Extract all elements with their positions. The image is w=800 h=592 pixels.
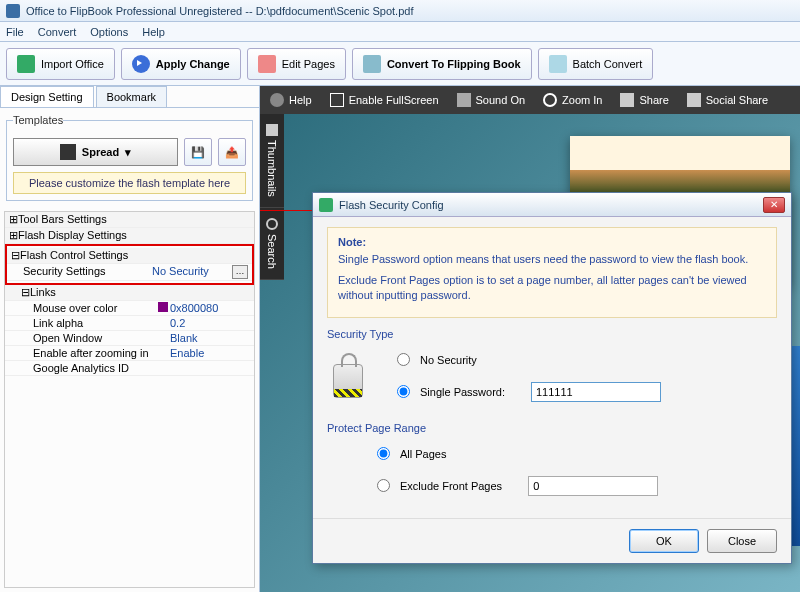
exclude-front-radio[interactable] — [377, 479, 390, 492]
all-pages-label: All Pages — [400, 448, 446, 460]
tree-flash-display[interactable]: ⊞ Flash Display Settings — [5, 228, 254, 244]
spread-template-button[interactable]: Spread▾ — [13, 138, 178, 166]
viewer-side-tabs: Thumbnails Search — [260, 114, 284, 280]
menu-options[interactable]: Options — [90, 26, 128, 38]
left-tabs: Design Setting Bookmark — [0, 86, 259, 108]
dialog-close-button[interactable]: ✕ — [763, 197, 785, 213]
share-icon — [620, 93, 634, 107]
title-bar: Office to FlipBook Professional Unregist… — [0, 0, 800, 22]
viewer-zoom-button[interactable]: Zoom In — [543, 93, 602, 107]
menu-bar: File Convert Options Help — [0, 22, 800, 42]
viewer-social-button[interactable]: Social Share — [687, 93, 768, 107]
tree-link-alpha[interactable]: Link alpha0.2 — [5, 316, 254, 331]
apply-label: Apply Change — [156, 58, 230, 70]
security-type-group: Security Type No Security Single Passwor… — [327, 328, 777, 410]
viewer-fullscreen-button[interactable]: Enable FullScreen — [330, 93, 439, 107]
tab-bookmark[interactable]: Bookmark — [96, 86, 168, 107]
book-icon — [60, 144, 76, 160]
menu-file[interactable]: File — [6, 26, 24, 38]
convert-label: Convert To Flipping Book — [387, 58, 521, 70]
import-office-button[interactable]: Import Office — [6, 48, 115, 80]
no-security-radio[interactable] — [397, 353, 410, 366]
export-template-button[interactable]: 📤 — [218, 138, 246, 166]
batch-label: Batch Convert — [573, 58, 643, 70]
sidetab-search[interactable]: Search — [260, 208, 284, 280]
viewer-toolbar: Help Enable FullScreen Sound On Zoom In … — [260, 86, 800, 114]
batch-convert-button[interactable]: Batch Convert — [538, 48, 654, 80]
exclude-front-label: Exclude Front Pages — [400, 480, 502, 492]
main-toolbar: Import Office Apply Change Edit Pages Co… — [0, 42, 800, 86]
convert-to-flipping-button[interactable]: Convert To Flipping Book — [352, 48, 532, 80]
apply-change-button[interactable]: Apply Change — [121, 48, 241, 80]
viewer-share-button[interactable]: Share — [620, 93, 668, 107]
note-line-2: Exclude Front Pages option is to set a p… — [338, 273, 766, 303]
sidetab-thumbnails[interactable]: Thumbnails — [260, 114, 284, 208]
settings-tree[interactable]: ⊞ Tool Bars Settings ⊞ Flash Display Set… — [4, 211, 255, 588]
thumbnails-icon — [266, 124, 278, 136]
exclude-pages-input[interactable] — [528, 476, 658, 496]
help-icon — [270, 93, 284, 107]
sound-icon — [457, 93, 471, 107]
import-icon — [17, 55, 35, 73]
apply-icon — [132, 55, 150, 73]
dialog-icon — [319, 198, 333, 212]
edit-pages-button[interactable]: Edit Pages — [247, 48, 346, 80]
tree-mouse-over-color[interactable]: Mouse over color0x800080 — [5, 301, 254, 316]
tab-design-setting[interactable]: Design Setting — [0, 86, 94, 107]
close-button[interactable]: Close — [707, 529, 777, 553]
security-value: No Security — [152, 265, 232, 279]
convert-icon — [363, 55, 381, 73]
dialog-title-bar[interactable]: Flash Security Config ✕ — [313, 193, 791, 217]
note-box: Note: Single Password option means that … — [327, 227, 777, 318]
color-swatch — [158, 302, 168, 312]
ok-button[interactable]: OK — [629, 529, 699, 553]
viewer-help-button[interactable]: Help — [270, 93, 312, 107]
search-icon — [266, 218, 278, 230]
note-line-1: Single Password option means that users … — [338, 252, 766, 267]
social-icon — [687, 93, 701, 107]
tree-flash-control[interactable]: ⊟ Flash Control Settings — [7, 248, 252, 264]
window-title: Office to FlipBook Professional Unregist… — [26, 5, 413, 17]
dialog-title: Flash Security Config — [339, 199, 763, 211]
flash-security-dialog: Flash Security Config ✕ Note: Single Pas… — [312, 192, 792, 564]
dialog-buttons: OK Close — [313, 518, 791, 563]
import-label: Import Office — [41, 58, 104, 70]
batch-icon — [549, 55, 567, 73]
tree-google-analytics[interactable]: Google Analytics ID — [5, 361, 254, 376]
zoom-icon — [543, 93, 557, 107]
templates-label: Templates — [13, 114, 63, 126]
security-ellipsis-button[interactable]: … — [232, 265, 248, 279]
tree-tool-bars[interactable]: ⊞ Tool Bars Settings — [5, 212, 254, 228]
tree-security-settings[interactable]: Security Settings No Security … — [7, 264, 252, 281]
all-pages-radio[interactable] — [377, 447, 390, 460]
export-icon: 📤 — [225, 146, 239, 159]
menu-help[interactable]: Help — [142, 26, 165, 38]
dropdown-icon: ▾ — [125, 146, 131, 159]
preview-area: Help Enable FullScreen Sound On Zoom In … — [260, 86, 800, 592]
fullscreen-icon — [330, 93, 344, 107]
viewer-sound-button[interactable]: Sound On — [457, 93, 526, 107]
tree-open-window[interactable]: Open WindowBlank — [5, 331, 254, 346]
floppy-icon: 💾 — [191, 146, 205, 159]
password-input[interactable] — [531, 382, 661, 402]
tree-links[interactable]: ⊟ Links — [5, 285, 254, 301]
spread-label: Spread — [82, 146, 119, 158]
left-panel: Design Setting Bookmark Templates Spread… — [0, 86, 260, 592]
security-label: Security Settings — [23, 265, 152, 279]
templates-box: Templates Spread▾ 💾 📤 Please customize t… — [6, 114, 253, 201]
edit-icon — [258, 55, 276, 73]
save-template-button[interactable]: 💾 — [184, 138, 212, 166]
flash-control-highlight: ⊟ Flash Control Settings Security Settin… — [5, 244, 254, 285]
app-icon — [6, 4, 20, 18]
single-password-label: Single Password: — [420, 386, 505, 398]
no-security-label: No Security — [420, 354, 477, 366]
tree-enable-after-zoom[interactable]: Enable after zooming inEnable — [5, 346, 254, 361]
lock-icon — [333, 364, 363, 398]
security-type-label: Security Type — [327, 328, 777, 340]
menu-convert[interactable]: Convert — [38, 26, 77, 38]
protect-range-group: Protect Page Range All Pages Exclude Fro… — [327, 422, 777, 496]
protect-range-label: Protect Page Range — [327, 422, 777, 434]
customize-message: Please customize the flash template here — [13, 172, 246, 194]
edit-label: Edit Pages — [282, 58, 335, 70]
single-password-radio[interactable] — [397, 385, 410, 398]
